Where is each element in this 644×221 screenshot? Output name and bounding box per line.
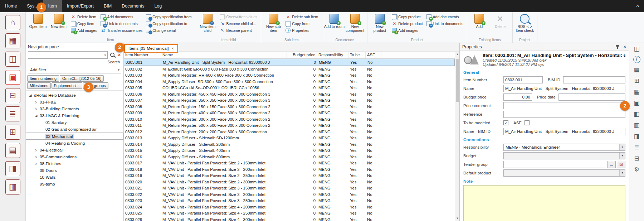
table-row[interactable]: 0303.026M_VAV Unit - Parallel Fan Powere…	[124, 216, 455, 221]
table-row[interactable]: 0303.009M_Return Register: 400 x 400 Fac…	[124, 110, 455, 116]
scrollbar-thumb[interactable]	[456, 59, 459, 102]
table-row[interactable]: 0303.019M_VAV Unit - Parallel Fan Powere…	[124, 173, 455, 179]
tree-item-02-gas-and-compressed-air[interactable]: 02-Gas and compressed air	[26, 126, 123, 133]
products-icon[interactable]: ≣	[5, 106, 20, 121]
open-item-button[interactable]: Open item	[28, 13, 48, 29]
table-row[interactable]: 0303.006M_Return Register: 450 x 450 Fac…	[124, 91, 455, 97]
classification-icon[interactable]: ≣	[632, 143, 641, 152]
documents-panel-icon[interactable]: ▥	[632, 121, 641, 130]
tree-expand-icon[interactable]: ▷	[34, 155, 39, 159]
become-parent-button[interactable]: ↖Become parent	[219, 28, 258, 33]
menu-item-log[interactable]: Log	[149, 0, 167, 12]
navpane-tab-equipment-st[interactable]: Equipment st...	[52, 82, 82, 89]
transfer-occurrences-button[interactable]: ⇄Transfer occurrences	[100, 28, 143, 33]
sub-items-icon[interactable]: ◧	[632, 110, 641, 119]
tree-collapse-icon[interactable]: ◢	[34, 114, 39, 117]
copy-product-button[interactable]: Copy product	[391, 14, 423, 20]
log-icon[interactable]: ⊟	[632, 154, 641, 163]
new-component-button[interactable]: +New component	[345, 13, 365, 33]
table-row[interactable]: 0303.020M_VAV Unit - Parallel Fan Powere…	[124, 179, 455, 185]
navpane-tab-item-numbering[interactable]: Item numbering	[27, 75, 59, 82]
table-row[interactable]: 0303.021M_VAV Unit - Parallel Fan Powere…	[124, 185, 455, 192]
navpane-tab-milestones[interactable]: Milestones	[27, 82, 51, 89]
link-to-documents-button[interactable]: ∞Link to documents	[100, 21, 143, 27]
add-filter-dropdown[interactable]: Add filter... ▾	[28, 66, 121, 73]
tree-item-02-building-elements[interactable]: ▷02-Building Elements	[26, 105, 123, 112]
tender-group-field[interactable]	[503, 161, 606, 168]
tree-item-04-electrical[interactable]: ▷04-Electrical	[26, 146, 123, 153]
new-product-button[interactable]: +New product	[369, 13, 390, 33]
reports-icon[interactable]: ◨	[5, 161, 20, 176]
budget-select[interactable]: ▾	[503, 152, 625, 159]
menu-item-bim[interactable]: BIM	[99, 0, 117, 12]
scroll-down-icon[interactable]: ▼	[455, 216, 460, 221]
table-row[interactable]: 0303.003M_Return Register: RR-600 x 600 …	[124, 72, 455, 79]
tree-expand-icon[interactable]: ▷	[34, 100, 39, 104]
pin-panel-icon[interactable]	[615, 44, 620, 49]
rds-item-check-button[interactable]: RDS <-> Item check	[514, 13, 535, 33]
item-group-icon[interactable]: ⊞	[632, 77, 641, 85]
tree-item-04-heating-cooling[interactable]: 04-Heating & Cooling	[26, 140, 123, 146]
price-comment-field[interactable]	[503, 102, 625, 109]
table-row[interactable]: 0303.022M_VAV Unit - Parallel Fan Powere…	[124, 191, 455, 198]
project-icon[interactable]: ⌂	[5, 15, 20, 30]
table-row[interactable]: 0303.007M_Return Register: 350 x 350 Fac…	[124, 97, 455, 104]
responsibility-select[interactable]: MENG - Mechanical Engineer ▾	[503, 144, 625, 151]
tree-item-05-communications[interactable]: ▷05-Communications	[26, 153, 123, 160]
become-child-of-button[interactable]: ↘Become child of...	[219, 21, 258, 27]
ase-checkbox[interactable]	[525, 120, 530, 125]
images-panel-icon[interactable]: ◨	[632, 132, 641, 141]
attachments-icon[interactable]: ⊟	[5, 88, 20, 103]
tree-item-01-sanitary[interactable]: 01-Sanitary	[26, 119, 123, 126]
table-row[interactable]: 0303.004M_Supply Diffuser: SD-600 x 600 …	[124, 78, 455, 85]
change-serial-button[interactable]: …Change serial	[145, 28, 192, 33]
tab-items-03-mechanical[interactable]: Items [03-Mechanical] ×	[125, 45, 177, 52]
tree-item-10-walls[interactable]: 10-Walls	[26, 174, 123, 181]
note-field[interactable]	[463, 185, 625, 221]
tender-group-table-icon[interactable]: ⊠	[617, 161, 625, 168]
table-row[interactable]: 0303.016M_Supply Diffuser - Sidewall: 80…	[124, 154, 455, 160]
default-product-select[interactable]: ▾	[503, 169, 625, 177]
documents-icon[interactable]: ▥	[5, 179, 20, 194]
column-header-to-be[interactable]: To be...	[348, 52, 366, 58]
column-header-ase[interactable]: ASE	[366, 52, 381, 58]
to-be-modeled-checkbox[interactable]: ✓	[503, 120, 508, 125]
table-row[interactable]: 0303.012M_Return Register: 200 x 200 Fac…	[124, 129, 455, 135]
close-panel-icon[interactable]: ✕	[623, 44, 626, 49]
systems-icon[interactable]: ▤	[5, 143, 20, 158]
add-images-button[interactable]: +Add images	[70, 28, 98, 33]
tree-item-99-temp[interactable]: 99-temp	[26, 181, 123, 187]
navpane-tab-omnicl-2012-05-16[interactable]: OmniCl... [2012-05-16]	[60, 75, 104, 82]
delete-sub-item-button[interactable]: ✕Delete sub item	[285, 14, 319, 20]
tree-item-drofus-help-database[interactable]: ◢dRofus Help Database	[26, 92, 123, 99]
tree-item-03-mechanical[interactable]: 03-Mechanical	[26, 133, 123, 140]
table-row[interactable]: 0303.017M_VAV Unit - Parallel Fan Powere…	[124, 160, 455, 167]
search-dropdown-icon[interactable]: ▾	[103, 53, 108, 57]
delete-button[interactable]: ✕Delete	[490, 13, 511, 29]
table-row[interactable]: 0303.025M_VAV Unit - Parallel Fan Powere…	[124, 210, 455, 217]
name-bim-id-field[interactable]	[503, 128, 625, 135]
price-date-field[interactable]	[558, 93, 625, 101]
add-images-button[interactable]: +Add images	[391, 28, 423, 33]
tree-expand-icon[interactable]: ▷	[34, 162, 39, 165]
add-documents-button[interactable]: +Add documents	[100, 14, 143, 20]
add-documents-button[interactable]: +Add documents	[426, 14, 464, 20]
copy-item-button[interactable]: Copy item	[70, 21, 98, 27]
products-panel-icon[interactable]: ▣	[632, 99, 641, 107]
tree-collapse-icon[interactable]: ◢	[28, 93, 33, 97]
menu-item-home[interactable]: Home	[0, 0, 22, 12]
name-field[interactable]	[503, 85, 625, 92]
column-header-name[interactable]: Name	[161, 52, 287, 58]
info-icon[interactable]: i	[633, 56, 640, 63]
copy-specification-from-button[interactable]: ←Copy specification from	[145, 14, 192, 20]
bim-id-field[interactable]	[563, 76, 625, 83]
item-details-icon[interactable]: ▤	[632, 66, 641, 74]
table-row[interactable]: 0303.008M_Return Register: 150 x 150 Fac…	[124, 104, 455, 110]
tree-item-08-finishes[interactable]: ▷08-Finishes	[26, 160, 123, 167]
clear-search-icon[interactable]: ✕	[117, 52, 121, 58]
search-icon[interactable]	[109, 52, 116, 58]
tree-item-03-hvac-plumbing[interactable]: ◢03-HVAC & Plumbing	[26, 112, 123, 119]
collapse-ribbon-icon[interactable]: ^	[636, 4, 639, 9]
scroll-up-icon[interactable]: ▲	[455, 52, 460, 57]
column-header-item-number[interactable]: Item Number	[124, 52, 161, 58]
